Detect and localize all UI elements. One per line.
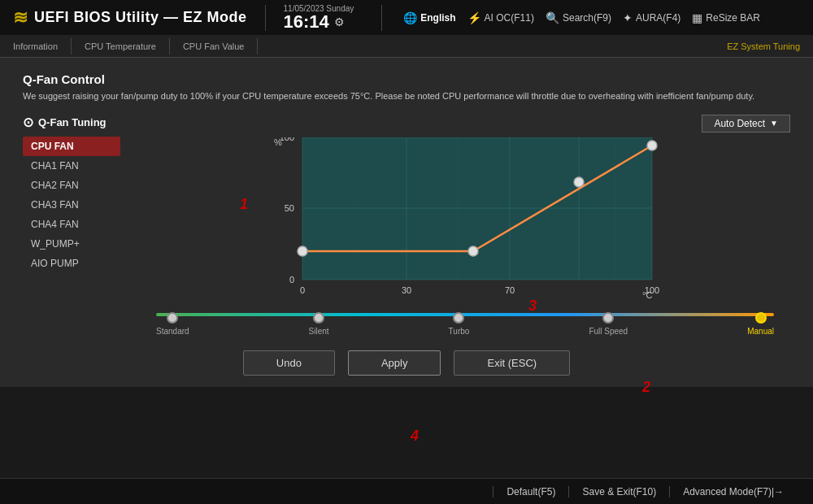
datetime-area: 11/05/2023 Sunday 16:14 ⚙ [284,4,354,31]
fan-cha4[interactable]: CHA4 FAN [23,215,120,234]
footer-advanced-mode[interactable]: Advanced Mode(F7)|→ [669,486,797,497]
panel-title: Q-Fan Control [23,72,790,86]
nav-aura[interactable]: ✦ AURA(F4) [623,11,680,24]
presets-row: Standard Silent Turbo Full Speed [140,313,790,336]
aioc-label: AI OC(F11) [485,12,534,24]
chart-area: Auto Detect [140,115,790,336]
svg-text:70: 70 [505,285,515,295]
fan-list-title: ⊙ Q-Fan Tuning [23,115,120,130]
svg-text:30: 30 [402,285,411,295]
svg-point-15 [647,141,657,150]
buttons-row: Undo Apply Exit (ESC) [23,350,790,376]
panel-body: ⊙ Q-Fan Tuning CPU FAN CHA1 FAN CHA2 FAN… [23,115,790,336]
preset-silent[interactable]: Silent [309,319,329,336]
chart-container: 100 50 0 % 0 30 70 100 °C [140,137,790,300]
preset-manual[interactable]: Manual [747,319,774,336]
logo-icon: ≋ [13,7,28,28]
undo-button[interactable]: Undo [243,350,335,376]
standard-dot[interactable] [167,312,178,324]
logo: ≋ UEFI BIOS Utility — EZ Mode [13,7,247,28]
header-left: ≋ UEFI BIOS Utility — EZ Mode 11/05/2023… [13,4,760,31]
fan-aio[interactable]: AIO PUMP [23,254,120,273]
time-settings-icon[interactable]: ⚙ [334,15,345,28]
aura-icon: ✦ [623,11,633,24]
svg-text:°C: °C [642,290,652,300]
tab-cpu-fan[interactable]: CPU Fan Value [170,38,259,54]
footer-save-exit[interactable]: Save & Exit(F10) [568,486,669,497]
panel-description: We suggest raising your fan/pump duty to… [23,89,790,103]
header: ≋ UEFI BIOS Utility — EZ Mode 11/05/2023… [0,0,813,35]
manual-label: Manual [747,327,774,336]
preset-dots: Standard Silent Turbo Full Speed [156,319,774,336]
standard-label: Standard [156,327,189,336]
ez-system-tuning-label[interactable]: EZ System Tuning [714,38,813,54]
nav-ai-oc[interactable]: ⚡ AI OC(F11) [467,11,534,24]
preset-fullspeed[interactable]: Full Speed [589,319,628,336]
svg-text:0: 0 [300,285,305,295]
annotation-2: 2 [642,379,650,396]
header-divider [265,5,266,31]
fan-wpump[interactable]: W_PUMP+ [23,234,120,254]
resizebar-label: ReSize BAR [706,12,760,24]
silent-dot[interactable] [313,312,324,324]
language-label: English [420,12,455,24]
preset-slider-track [156,313,774,316]
resizebar-icon: ▦ [692,11,702,24]
main-panel: Q-Fan Control We suggest raising your fa… [0,58,813,387]
silent-label: Silent [309,327,329,336]
turbo-dot[interactable] [453,312,464,324]
aioc-icon: ⚡ [467,11,481,24]
header-title: UEFI BIOS Utility — EZ Mode [34,9,247,26]
annotation-4: 4 [411,428,419,445]
fan-tuning-label: Q-Fan Tuning [38,116,107,128]
footer-default[interactable]: Default(F5) [493,486,568,497]
svg-rect-0 [302,137,652,280]
search-icon: 🔍 [546,11,559,24]
nav-language[interactable]: 🌐 English [403,11,455,24]
nav-resizebar[interactable]: ▦ ReSize BAR [692,11,760,24]
fullspeed-dot[interactable] [602,312,614,324]
fullspeed-label: Full Speed [589,327,628,336]
chart-header: Auto Detect [140,115,790,133]
auto-detect-button[interactable]: Auto Detect [702,115,790,133]
svg-text:%: % [274,137,282,147]
globe-icon: 🌐 [403,11,417,24]
fan-curve-chart: 100 50 0 % 0 30 70 100 °C [140,137,790,300]
svg-point-13 [298,246,307,256]
fan-tuning-icon: ⊙ [23,115,33,130]
svg-point-14 [468,246,478,256]
svg-point-16 [574,177,584,187]
tab-information[interactable]: Information [0,38,72,54]
header-nav: 🌐 English ⚡ AI OC(F11) 🔍 Search(F9) ✦ AU… [403,11,760,24]
apply-button[interactable]: Apply [348,350,441,376]
fan-cha2[interactable]: CHA2 FAN [23,176,120,195]
fan-list: ⊙ Q-Fan Tuning CPU FAN CHA1 FAN CHA2 FAN… [23,115,120,336]
svg-text:50: 50 [285,203,294,213]
fan-cha3[interactable]: CHA3 FAN [23,195,120,215]
exit-button[interactable]: Exit (ESC) [454,350,570,376]
svg-text:0: 0 [289,275,294,285]
fan-cpu[interactable]: CPU FAN [23,137,120,156]
header-divider-2 [381,5,382,31]
preset-turbo[interactable]: Turbo [449,319,470,336]
tab-cpu-temp[interactable]: CPU Temperature [72,38,170,54]
preset-standard[interactable]: Standard [156,319,189,336]
manual-dot[interactable] [755,312,767,324]
search-label: Search(F9) [563,12,611,24]
turbo-label: Turbo [449,327,470,336]
fan-cha1[interactable]: CHA1 FAN [23,156,120,176]
aura-label: AURA(F4) [636,12,680,24]
time-display: 16:14 [284,13,329,31]
subheader-tabs: Information CPU Temperature CPU Fan Valu… [0,35,813,58]
nav-search[interactable]: 🔍 Search(F9) [546,11,611,24]
footer: Default(F5) Save & Exit(F10) Advanced Mo… [0,478,813,504]
